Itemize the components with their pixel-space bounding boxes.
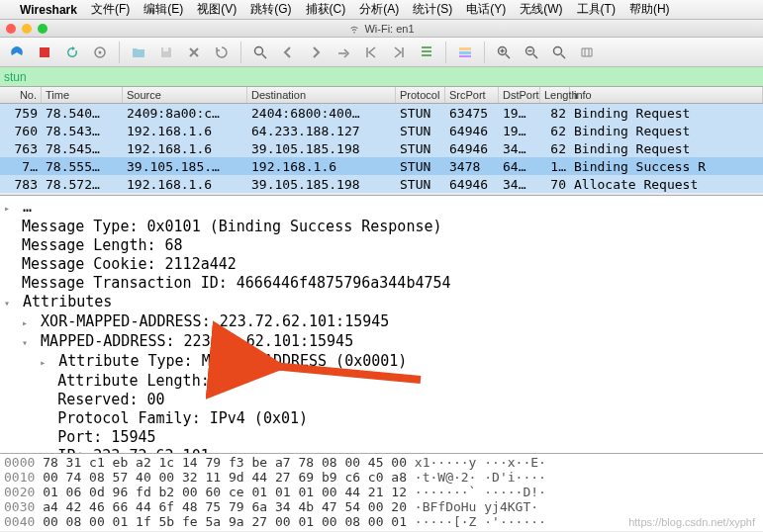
detail-protocol-family[interactable]: Protocol Family: IPv4 (0x01) — [57, 409, 308, 427]
menu-go[interactable]: 跳转(G) — [250, 1, 291, 18]
capture-options-button[interactable] — [87, 41, 113, 64]
last-packet-button[interactable] — [386, 41, 412, 64]
packet-row[interactable]: 7…78.555…39.105.185.…192.168.1.6STUN3478… — [0, 157, 763, 175]
zoom-out-button[interactable] — [519, 41, 544, 64]
goto-packet-button[interactable] — [331, 41, 356, 64]
window-title-text: Wi-Fi: en1 — [364, 23, 414, 35]
packet-list-header: No. Time Source Destination Protocol Src… — [0, 87, 763, 104]
resize-columns-button[interactable] — [574, 41, 600, 64]
detail-attr-type[interactable]: Attribute Type: MAPPED-ADDRESS (0x0001) — [58, 352, 407, 370]
detail-port[interactable]: Port: 15945 — [57, 428, 155, 446]
display-filter-input[interactable] — [4, 70, 759, 84]
svg-rect-3 — [163, 47, 168, 51]
col-length[interactable]: Length — [540, 87, 570, 103]
prev-packet-button[interactable] — [275, 41, 301, 64]
detail-msg-type[interactable]: Message Type: 0x0101 (Binding Success Re… — [22, 218, 441, 235]
menu-tools[interactable]: 工具(T) — [577, 1, 616, 18]
start-capture-button[interactable] — [4, 41, 30, 64]
detail-msg-length[interactable]: Message Length: 68 — [22, 236, 183, 254]
hex-row[interactable]: 0020 01 06 0d 96 fd b2 00 60 ce 01 01 01… — [4, 485, 759, 499]
menu-analyze[interactable]: 分析(A) — [359, 1, 399, 18]
svg-rect-6 — [422, 50, 431, 52]
packet-row[interactable]: 75978.540…2409:8a00:c…2404:6800:400…STUN… — [0, 104, 763, 122]
first-packet-button[interactable] — [358, 41, 384, 64]
packet-details-pane[interactable]: ▸ … Message Type: 0x0101 (Binding Succes… — [0, 195, 763, 454]
separator — [119, 42, 120, 63]
packet-row[interactable]: 78378.572…192.168.1.639.105.185.198STUN6… — [0, 175, 763, 193]
separator — [445, 42, 446, 63]
find-button[interactable] — [247, 41, 273, 64]
detail-attributes[interactable]: Attributes — [23, 293, 112, 310]
display-filter-bar — [0, 67, 763, 87]
separator — [240, 42, 241, 63]
minimize-window-icon[interactable] — [22, 24, 32, 34]
window-titlebar: Wi-Fi: en1 — [0, 20, 763, 38]
separator — [484, 42, 485, 63]
col-destination[interactable]: Destination — [247, 87, 396, 103]
menu-help[interactable]: 帮助(H) — [629, 1, 670, 18]
window-title: Wi-Fi: en1 — [348, 23, 414, 35]
menu-telephony[interactable]: 电话(Y) — [466, 1, 506, 18]
detail-xor-mapped[interactable]: XOR-MAPPED-ADDRESS: 223.72.62.101:15945 — [41, 312, 389, 330]
col-time[interactable]: Time — [42, 87, 123, 103]
svg-rect-7 — [422, 54, 431, 56]
col-source[interactable]: Source — [123, 87, 247, 103]
colorize-button[interactable] — [452, 41, 478, 64]
menu-stats[interactable]: 统计(S) — [413, 1, 452, 18]
hex-row[interactable]: 0010 00 74 08 57 40 00 32 11 9d 44 27 69… — [4, 470, 759, 485]
cursor-icon: ↖ — [228, 372, 237, 390]
watermark-text: https://blog.csdn.net/xyphf — [628, 516, 755, 528]
hex-row[interactable]: 0030 a4 42 46 66 44 6f 48 75 79 6a 34 4b… — [4, 499, 759, 514]
menu-view[interactable]: 视图(V) — [197, 1, 237, 18]
menu-edit[interactable]: 编辑(E) — [143, 1, 183, 18]
menu-file[interactable]: 文件(F) — [91, 1, 130, 18]
svg-rect-9 — [459, 51, 471, 54]
col-dstport[interactable]: DstPort — [499, 87, 540, 103]
hex-row[interactable]: 0000 78 31 c1 eb a2 1c 14 79 f3 be a7 78… — [4, 455, 759, 470]
detail-msg-cookie[interactable]: Message Cookie: 2112a442 — [22, 255, 237, 273]
restart-capture-button[interactable] — [59, 41, 85, 64]
detail-ip[interactable]: IP: 223.72.62.101 — [57, 447, 210, 454]
detail-mapped-addr[interactable]: MAPPED-ADDRESS: 223.72.62.101:15945 — [41, 332, 353, 350]
close-file-button[interactable] — [181, 41, 207, 64]
svg-point-2 — [99, 50, 102, 53]
detail-attr-length[interactable]: Attribute Length: 8 — [57, 372, 228, 390]
expand-icon[interactable]: ▸ — [40, 353, 49, 372]
next-packet-button[interactable] — [303, 41, 329, 64]
collapse-icon[interactable]: ▾ — [4, 294, 14, 312]
stop-capture-button[interactable] — [32, 41, 57, 64]
detail-msg-tid[interactable]: Message Transaction ID: 4666446f4875796a… — [22, 274, 450, 292]
autoscroll-button[interactable] — [414, 41, 439, 64]
svg-rect-5 — [422, 46, 431, 48]
svg-point-13 — [554, 46, 562, 54]
col-protocol[interactable]: Protocol — [396, 87, 445, 103]
col-srcport[interactable]: SrcPort — [445, 87, 499, 103]
zoom-window-icon[interactable] — [38, 24, 48, 34]
expand-icon[interactable]: ▸ — [22, 313, 32, 332]
reload-button[interactable] — [209, 41, 235, 64]
packet-row[interactable]: 76378.545…192.168.1.639.105.185.198STUN6… — [0, 139, 763, 157]
col-no[interactable]: No. — [0, 87, 42, 103]
traffic-lights — [6, 24, 48, 34]
open-file-button[interactable] — [126, 41, 151, 64]
zoom-in-button[interactable] — [491, 41, 517, 64]
wifi-icon — [348, 23, 360, 35]
menu-wireless[interactable]: 无线(W) — [520, 1, 562, 18]
detail-reserved[interactable]: Reserved: 00 — [57, 391, 164, 408]
close-window-icon[interactable] — [6, 24, 16, 34]
app-name[interactable]: Wireshark — [20, 3, 77, 17]
zoom-reset-button[interactable] — [546, 41, 572, 64]
menu-capture[interactable]: 捕获(C) — [306, 1, 346, 18]
svg-rect-0 — [40, 47, 49, 57]
macos-menubar: Wireshark 文件(F) 编辑(E) 视图(V) 跳转(G) 捕获(C) … — [0, 0, 763, 20]
packet-row[interactable]: 76078.543…192.168.1.664.233.188.127STUN6… — [0, 122, 763, 139]
svg-point-4 — [255, 46, 263, 54]
save-file-button[interactable] — [153, 41, 179, 64]
collapse-icon[interactable]: ▾ — [22, 333, 32, 352]
svg-rect-8 — [459, 47, 471, 50]
expand-icon[interactable]: ▸ — [4, 199, 14, 218]
packet-list[interactable]: 75978.540…2409:8a00:c…2404:6800:400…STUN… — [0, 104, 763, 195]
main-toolbar — [0, 38, 763, 67]
svg-rect-10 — [459, 55, 471, 57]
col-info[interactable]: info — [570, 87, 763, 103]
